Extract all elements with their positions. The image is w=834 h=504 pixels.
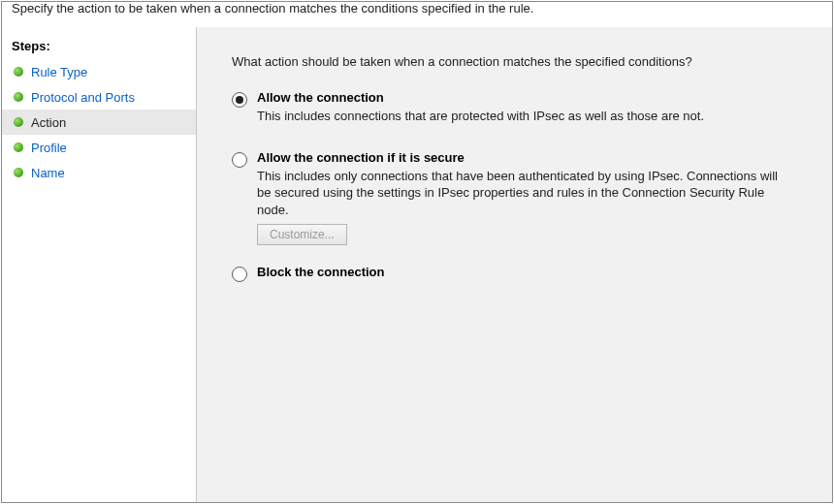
- step-label: Name: [31, 166, 65, 180]
- bullet-icon: [14, 168, 23, 177]
- wizard-dialog: Specify the action to be taken when a co…: [1, 1, 833, 503]
- option-allow-secure-title: Allow the connection if it is secure: [257, 150, 803, 165]
- bullet-icon: [14, 142, 23, 152]
- bullet-icon: [14, 92, 23, 102]
- option-allow-title: Allow the connection: [257, 90, 803, 105]
- banner-subtitle: Specify the action to be taken when a co…: [2, 2, 832, 27]
- option-block-title: Block the connection: [257, 265, 803, 279]
- step-profile[interactable]: Profile: [2, 135, 196, 160]
- question-text: What action should be taken when a conne…: [232, 54, 803, 69]
- step-label: Protocol and Ports: [31, 90, 135, 105]
- radio-allow-secure[interactable]: [232, 152, 247, 168]
- steps-header: Steps:: [2, 33, 196, 59]
- step-rule-type[interactable]: Rule Type: [2, 59, 196, 84]
- option-allow-secure-desc: This includes only connections that have…: [257, 168, 781, 219]
- steps-sidebar: Steps: Rule Type Protocol and Ports Acti…: [2, 27, 197, 502]
- step-protocol-ports[interactable]: Protocol and Ports: [2, 84, 196, 110]
- option-allow-block: Allow the connection This includes conne…: [232, 90, 803, 131]
- option-block-block: Block the connection: [232, 265, 803, 282]
- dialog-body: Steps: Rule Type Protocol and Ports Acti…: [2, 27, 832, 502]
- bullet-icon: [14, 67, 23, 77]
- main-panel: What action should be taken when a conne…: [197, 27, 832, 502]
- step-label: Action: [31, 115, 66, 130]
- step-action[interactable]: Action: [2, 110, 196, 135]
- option-allow-desc: This includes connections that are prote…: [257, 108, 781, 125]
- option-allow-secure-block: Allow the connection if it is secure Thi…: [232, 150, 803, 246]
- customize-button: Customize...: [257, 224, 347, 245]
- bullet-icon: [14, 117, 23, 127]
- step-label: Profile: [31, 141, 67, 155]
- radio-block[interactable]: [232, 267, 247, 282]
- step-name[interactable]: Name: [2, 160, 196, 185]
- step-label: Rule Type: [31, 65, 87, 79]
- radio-allow[interactable]: [232, 92, 247, 108]
